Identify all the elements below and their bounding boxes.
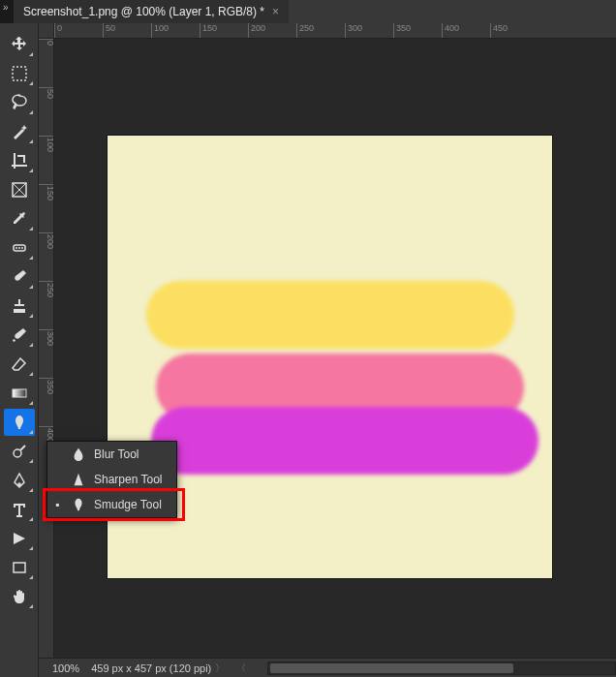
smudge-tool[interactable] — [4, 409, 35, 436]
ruler-tick: 150 — [200, 23, 248, 38]
gradient-tool[interactable] — [4, 380, 35, 407]
close-tab-icon[interactable]: × — [272, 5, 279, 18]
ruler-tick: 400 — [442, 23, 490, 38]
flyout-item-smudge-tool[interactable]: ▪Smudge Tool — [47, 492, 176, 517]
flyout-item-sharpen-tool[interactable]: Sharpen Tool — [47, 467, 176, 492]
ruler-tick: 0 — [39, 39, 53, 87]
zoom-level[interactable]: 100% — [52, 662, 79, 674]
document-tab-title: Screenshot_1.png @ 100% (Layer 1, RGB/8)… — [23, 5, 264, 18]
rectangle-tool[interactable] — [4, 554, 35, 581]
frame-tool[interactable] — [4, 176, 35, 203]
document-dimensions: 459 px x 457 px (120 ppi) — [91, 662, 211, 674]
ruler-horizontal[interactable]: 050100150200250300350400450 — [54, 23, 616, 39]
tool-flyout-menu: Blur ToolSharpen Tool▪Smudge Tool — [46, 441, 177, 518]
move-tool[interactable] — [4, 31, 35, 58]
zoom-value: 100% — [52, 662, 79, 674]
canvas-viewport[interactable] — [54, 39, 616, 658]
eraser-tool[interactable] — [4, 351, 35, 378]
paint-stroke-yellow — [146, 281, 514, 349]
ruler-tick: 0 — [54, 23, 103, 38]
magic-wand-tool[interactable] — [4, 118, 35, 145]
flyout-item-label: Blur Tool — [94, 447, 139, 461]
dodge-tool[interactable] — [4, 438, 35, 465]
ruler-tick: 250 — [296, 23, 345, 38]
lasso-tool[interactable] — [4, 89, 35, 116]
active-marker: ▪ — [55, 498, 63, 511]
ruler-tick: 350 — [393, 23, 442, 38]
healing-brush-tool[interactable] — [4, 234, 35, 262]
document-tab[interactable]: Screenshot_1.png @ 100% (Layer 1, RGB/8)… — [14, 0, 289, 23]
ruler-tick: 300 — [39, 329, 53, 378]
ruler-tick: 200 — [39, 232, 53, 281]
ruler-tick: 200 — [248, 23, 296, 38]
flyout-item-blur-tool[interactable]: Blur Tool — [47, 442, 176, 467]
ruler-tick: 350 — [39, 378, 53, 426]
document-info[interactable]: 459 px x 457 px (120 ppi) 〉 — [91, 662, 225, 675]
ruler-origin[interactable] — [39, 23, 54, 39]
chevron-right-icon[interactable]: 〉 — [215, 662, 225, 675]
toolbox — [0, 23, 39, 677]
path-selection-tool[interactable] — [4, 525, 35, 552]
pen-tool[interactable] — [4, 467, 35, 494]
marquee-tool[interactable] — [4, 60, 35, 87]
ruler-tick: 250 — [39, 281, 53, 329]
crop-tool[interactable] — [4, 147, 35, 174]
workspace: 050100150200250300350400450 050100150200… — [39, 23, 616, 658]
paint-stroke-magenta — [151, 407, 539, 475]
flyout-item-label: Smudge Tool — [94, 498, 162, 511]
ruler-vertical[interactable]: 050100150200250300350400 — [39, 39, 54, 658]
ruler-tick: 100 — [151, 23, 200, 38]
status-bar: 100% 459 px x 457 px (120 ppi) 〉 〈 — [39, 658, 616, 677]
type-tool[interactable] — [4, 496, 35, 523]
hand-tool[interactable] — [4, 583, 35, 610]
document-tab-bar: Screenshot_1.png @ 100% (Layer 1, RGB/8)… — [14, 0, 616, 23]
ruler-tick: 300 — [345, 23, 393, 38]
flyout-item-label: Sharpen Tool — [94, 473, 163, 486]
scroll-left-icon[interactable]: 〈 — [236, 662, 246, 675]
ruler-tick: 50 — [39, 87, 53, 136]
history-brush-tool[interactable] — [4, 322, 35, 349]
scroll-thumb[interactable] — [270, 663, 512, 673]
clone-stamp-tool[interactable] — [4, 292, 35, 320]
horizontal-scrollbar[interactable] — [267, 662, 616, 675]
ruler-tick: 50 — [103, 23, 151, 38]
eyedropper-tool[interactable] — [4, 205, 35, 232]
brush-tool[interactable] — [4, 263, 35, 291]
ruler-tick: 450 — [490, 23, 539, 38]
expand-panels-icon[interactable]: » — [0, 0, 14, 14]
ruler-tick: 100 — [39, 136, 53, 184]
ruler-tick: 150 — [39, 184, 53, 232]
